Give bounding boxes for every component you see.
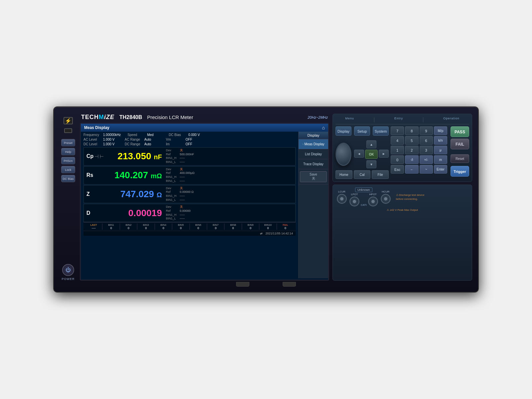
- usb-port-small[interactable]: [64, 128, 72, 133]
- system-menu-btn[interactable]: System: [373, 126, 389, 136]
- menu-list-display[interactable]: List Display: [299, 149, 328, 159]
- meas-value-z: 747.029 Ω: [98, 189, 165, 200]
- hcur-label: HCUR: [382, 190, 389, 193]
- num-1[interactable]: 1: [391, 146, 404, 154]
- dcbias-button[interactable]: DC Bias: [61, 175, 75, 182]
- bin-cell-4: BIN4 0: [155, 223, 172, 230]
- meas-ref-cp: 关 500.000nF ----- -----: [180, 149, 194, 164]
- display-menu-title: Display: [299, 132, 328, 139]
- num-6[interactable]: 6: [420, 136, 433, 145]
- meas-ref-d: 关 0.00000 ----- -----: [180, 205, 191, 221]
- num-4[interactable]: 4: [391, 136, 404, 145]
- home-icon[interactable]: ⌂: [322, 125, 325, 130]
- pass-button[interactable]: PASS: [451, 126, 469, 137]
- nav-left-button[interactable]: ◄: [354, 150, 364, 158]
- bin-cell-fail: FAIL 0: [277, 223, 294, 230]
- nav-down-button[interactable]: ▼: [366, 160, 376, 168]
- backspace-button[interactable]: ←: [405, 165, 418, 174]
- hpot-port[interactable]: [368, 197, 378, 206]
- reset-button[interactable]: Reset: [451, 154, 469, 163]
- num-7[interactable]: 7: [391, 126, 404, 135]
- lpot-port[interactable]: [349, 197, 359, 206]
- num-3[interactable]: 3: [420, 146, 433, 154]
- nav-right-button[interactable]: ►: [379, 150, 389, 158]
- cal-button[interactable]: Cal: [354, 170, 371, 179]
- screen-title: Meas Display: [84, 125, 109, 130]
- voltage-warning: ⚠ ±42 V Peak Max Output: [337, 208, 468, 211]
- home-button[interactable]: Home: [335, 170, 352, 179]
- bin-cell-9: BIN9 0: [242, 223, 259, 230]
- meas-ref-z: 关 0.00000 Ω ----- -----: [180, 187, 194, 202]
- lcur-port[interactable]: [337, 194, 347, 204]
- num-9[interactable]: 9: [420, 126, 433, 135]
- freq-range: 20Hz~2MHz: [308, 115, 328, 119]
- num-plusminus[interactable]: +/-: [420, 155, 433, 164]
- param-dclevel: DC Level 1.000 V: [83, 142, 118, 146]
- prtscn-button[interactable]: PrtScn: [61, 157, 75, 164]
- meas-row-d: D 0.00019 Dev Ref BIN1_H BIN1_L: [83, 204, 296, 222]
- params-row-2: AC Level 1.000 V AC Range Auto Vm OFF: [83, 138, 296, 141]
- meas-value-rs: 140.207 mΩ: [98, 170, 165, 181]
- power-button[interactable]: ⏻: [62, 264, 74, 276]
- trigger-button[interactable]: Trigger: [451, 166, 469, 177]
- meas-row-z: Z 747.029 Ω Dev Ref BIN1_H BIN1_L: [83, 185, 296, 203]
- tilde-button[interactable]: ~: [420, 165, 433, 174]
- brand-bar: TECHMiZE TH2840B Precision LCR Meter 20H…: [80, 114, 329, 121]
- discharge-warning: ⚠ Discharge test device before connectin…: [396, 193, 429, 200]
- usb-port-top[interactable]: ⚡: [64, 117, 73, 124]
- display-menu-btn[interactable]: Display: [335, 126, 351, 136]
- esc-button[interactable]: Esc: [391, 165, 404, 174]
- menu-buttons: Display Setup System: [335, 126, 389, 136]
- lock-button[interactable]: Lock: [61, 166, 75, 173]
- file-button[interactable]: File: [372, 170, 389, 179]
- num-m[interactable]: m: [434, 155, 447, 164]
- main-display-area: TECHMiZE TH2840B Precision LCR Meter 20H…: [80, 114, 329, 281]
- param-dcrange: DC Range Auto: [125, 142, 159, 146]
- connector-section: LCUR Unknown LPOT: [332, 185, 472, 281]
- bin-cell-last: LAST ----: [85, 223, 102, 230]
- enter-button[interactable]: Enter: [434, 165, 447, 174]
- connector-row: LCUR Unknown LPOT: [337, 188, 468, 206]
- control-section-top: Menu | Entry | Operation Display Setup S…: [332, 114, 472, 182]
- num-0[interactable]: 0: [391, 155, 404, 164]
- numpad-row-bottom: Esc ← ~ Enter: [391, 165, 447, 174]
- lpot-label: LPOT: [351, 193, 358, 196]
- hcur-port[interactable]: [381, 194, 391, 204]
- help-button[interactable]: Help: [61, 148, 75, 155]
- numpad-row-2: 4 5 6 k/n: [391, 136, 447, 145]
- operation-section: PASS FAIL Reset Trigger: [451, 126, 469, 179]
- meas-dev-rs: Dev Ref BIN1_H BIN1_L: [166, 168, 177, 183]
- power-label: POWER: [62, 277, 74, 281]
- brand-name: TECHMiZE: [81, 114, 114, 121]
- preset-button[interactable]: Preset: [61, 139, 75, 146]
- num-kn[interactable]: k/n: [434, 136, 447, 145]
- num-8[interactable]: 8: [405, 126, 418, 135]
- numpad-row-3: 1 2 3 μ: [391, 146, 447, 154]
- num-2[interactable]: 2: [405, 146, 418, 154]
- meas-dev-z: Dev Ref BIN1_H BIN1_L: [166, 187, 177, 202]
- num-mu[interactable]: μ: [434, 146, 447, 154]
- main-knob[interactable]: [335, 143, 351, 166]
- operation-section-label: Operation: [443, 117, 460, 123]
- numpad-row-1: 7 8 9 M/p: [391, 126, 447, 135]
- ok-button[interactable]: OK: [365, 150, 378, 159]
- menu-trace-display[interactable]: Trace Display: [299, 159, 328, 169]
- lcur-label: LCUR: [338, 190, 345, 193]
- setup-menu-btn[interactable]: Setup: [354, 126, 370, 136]
- fail-button[interactable]: FAIL: [451, 139, 469, 149]
- lcur-port-group: LCUR: [337, 190, 347, 204]
- bin-cell-1: BIN1 0: [102, 223, 120, 230]
- num-mp[interactable]: M/p: [434, 126, 447, 135]
- bin-cell-8: BIN8 0: [224, 223, 242, 230]
- entry-section-label: Entry: [394, 117, 403, 123]
- num-dot[interactable]: ·/i: [405, 155, 418, 164]
- lpot-port-group: LPOT: [349, 193, 359, 206]
- foot-left: [236, 282, 249, 287]
- menu-meas-display[interactable]: › Meas Display: [299, 139, 328, 149]
- num-5[interactable]: 5: [405, 136, 418, 145]
- meas-dev-d: Dev Ref BIN1_H BIN1_L: [166, 205, 177, 221]
- device-title: Precision LCR Meter: [147, 114, 193, 120]
- nav-up-button[interactable]: ▲: [366, 140, 376, 148]
- save-button[interactable]: Save 关: [299, 169, 328, 185]
- param-im: Im OFF: [166, 142, 200, 146]
